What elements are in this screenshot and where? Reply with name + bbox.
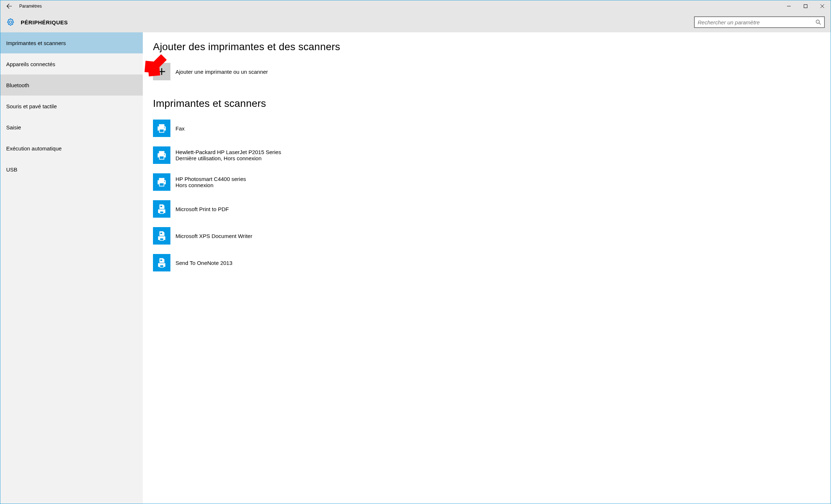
sidebar-item-autoplay[interactable]: Exécution automatique bbox=[0, 138, 143, 159]
device-name: Microsoft Print to PDF bbox=[176, 206, 229, 212]
svg-rect-23 bbox=[160, 265, 164, 267]
title-bar: Paramètres bbox=[0, 0, 831, 12]
sidebar-item-bluetooth[interactable]: Bluetooth bbox=[0, 74, 143, 96]
document-printer-icon bbox=[153, 227, 170, 245]
device-row[interactable]: HP Photosmart C4400 series Hors connexio… bbox=[153, 173, 820, 191]
device-name: HP Photosmart C4400 series bbox=[176, 176, 246, 182]
add-printer-row[interactable]: Ajouter une imprimante ou un scanner bbox=[153, 63, 820, 80]
close-button[interactable] bbox=[814, 0, 831, 12]
printer-icon bbox=[153, 120, 170, 137]
svg-point-14 bbox=[164, 181, 165, 182]
device-name: Microsoft XPS Document Writer bbox=[176, 233, 252, 239]
sidebar-item-label: Imprimantes et scanners bbox=[6, 40, 66, 46]
svg-point-6 bbox=[164, 128, 165, 129]
main-content: Ajouter des imprimantes et des scanners … bbox=[143, 32, 831, 504]
printer-icon bbox=[153, 146, 170, 164]
add-label: Ajouter une imprimante ou un scanner bbox=[176, 69, 268, 75]
settings-window: Paramètres PÉRIPHÉRIQUES bbox=[0, 0, 831, 504]
sidebar-item-printers-scanners[interactable]: Imprimantes et scanners bbox=[0, 32, 143, 53]
sidebar-item-label: Bluetooth bbox=[6, 82, 29, 88]
device-name: Hewlett-Packard HP LaserJet P2015 Series bbox=[176, 149, 281, 155]
svg-rect-0 bbox=[804, 5, 807, 8]
svg-rect-17 bbox=[160, 211, 164, 213]
device-row[interactable]: Microsoft Print to PDF bbox=[153, 200, 820, 218]
svg-point-10 bbox=[164, 154, 165, 156]
svg-rect-11 bbox=[159, 178, 165, 180]
maximize-icon bbox=[803, 4, 808, 8]
device-status: Hors connexion bbox=[176, 182, 246, 188]
minimize-button[interactable] bbox=[780, 0, 797, 12]
sidebar-item-label: USB bbox=[6, 166, 17, 173]
svg-rect-13 bbox=[160, 183, 164, 186]
arrow-left-icon bbox=[6, 3, 12, 9]
device-row[interactable]: Send To OneNote 2013 bbox=[153, 254, 820, 271]
svg-point-1 bbox=[9, 21, 12, 23]
header-bar: PÉRIPHÉRIQUES bbox=[0, 12, 831, 32]
sidebar-item-mouse-touchpad[interactable]: Souris et pavé tactile bbox=[0, 96, 143, 117]
svg-rect-9 bbox=[160, 156, 164, 160]
document-printer-icon bbox=[153, 200, 170, 218]
device-name: Fax bbox=[176, 125, 185, 132]
sidebar-item-label: Exécution automatique bbox=[6, 145, 62, 152]
sidebar-item-usb[interactable]: USB bbox=[0, 159, 143, 180]
device-row[interactable]: Microsoft XPS Document Writer bbox=[153, 227, 820, 245]
svg-rect-3 bbox=[159, 124, 165, 126]
search-box[interactable] bbox=[694, 16, 825, 28]
plus-icon bbox=[157, 66, 167, 77]
svg-rect-15 bbox=[160, 206, 162, 207]
category-title: PÉRIPHÉRIQUES bbox=[21, 19, 68, 25]
sidebar-item-label: Appareils connectés bbox=[6, 61, 55, 67]
sidebar: Imprimantes et scanners Appareils connec… bbox=[0, 32, 143, 504]
sidebar-item-label: Souris et pavé tactile bbox=[6, 103, 57, 109]
sidebar-item-typing[interactable]: Saisie bbox=[0, 117, 143, 138]
sidebar-item-label: Saisie bbox=[6, 124, 21, 130]
svg-rect-20 bbox=[160, 238, 164, 240]
device-name: Send To OneNote 2013 bbox=[176, 260, 233, 266]
search-input[interactable] bbox=[698, 19, 815, 25]
section-title-add: Ajouter des imprimantes et des scanners bbox=[153, 41, 820, 53]
device-row[interactable]: Fax bbox=[153, 120, 820, 137]
maximize-button[interactable] bbox=[797, 0, 814, 12]
app-title: Paramètres bbox=[19, 4, 42, 9]
svg-rect-21 bbox=[160, 259, 162, 261]
sidebar-item-connected-devices[interactable]: Appareils connectés bbox=[0, 53, 143, 74]
content-body: Imprimantes et scanners Appareils connec… bbox=[0, 32, 831, 504]
gear-icon bbox=[6, 18, 15, 27]
device-row[interactable]: Hewlett-Packard HP LaserJet P2015 Series… bbox=[153, 146, 820, 164]
close-icon bbox=[820, 4, 824, 8]
svg-rect-18 bbox=[160, 233, 162, 234]
minimize-icon bbox=[787, 4, 791, 8]
printer-icon bbox=[153, 173, 170, 191]
svg-rect-7 bbox=[159, 151, 165, 153]
device-status: Dernière utilisation, Hors connexion bbox=[176, 155, 281, 161]
svg-point-2 bbox=[816, 20, 819, 23]
section-title-list: Imprimantes et scanners bbox=[153, 98, 820, 109]
search-icon bbox=[815, 19, 821, 25]
back-button[interactable] bbox=[0, 0, 18, 12]
svg-rect-5 bbox=[160, 129, 164, 133]
document-printer-icon bbox=[153, 254, 170, 271]
add-button[interactable] bbox=[153, 63, 170, 80]
